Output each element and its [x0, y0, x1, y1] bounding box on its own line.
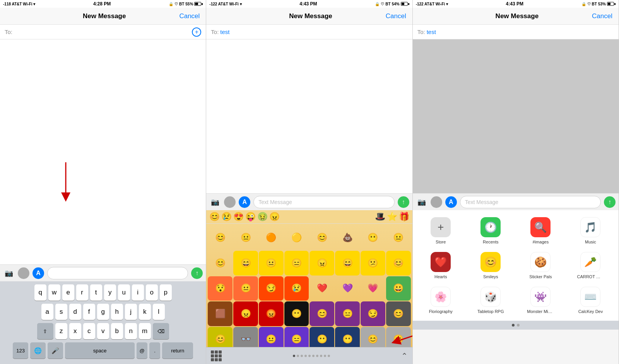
add-recipient-button-1[interactable]: + — [192, 27, 201, 37]
sticker-face-5[interactable]: 🤢 — [257, 212, 268, 222]
key-mic[interactable]: 🎤 — [48, 342, 63, 359]
sticker-cell[interactable]: 😐 — [233, 225, 258, 250]
page-dot-8[interactable] — [320, 355, 322, 357]
key-e[interactable]: e — [62, 284, 74, 301]
sticker-cell[interactable]: 😐 — [259, 327, 284, 347]
sticker-face-1[interactable]: 😊 — [209, 212, 220, 222]
send-button-2[interactable]: ↑ — [398, 196, 409, 208]
sticker-cell[interactable]: 😄 — [335, 251, 360, 276]
sticker-cell[interactable]: 😠 — [233, 301, 258, 326]
page-dot-5[interactable] — [308, 355, 311, 357]
sticker-cell[interactable]: 😏 — [259, 276, 284, 301]
sticker-cell[interactable]: 😐 — [386, 225, 411, 250]
key-u[interactable]: u — [118, 284, 130, 301]
sticker-face-2[interactable]: 😢 — [221, 212, 232, 222]
key-v[interactable]: v — [97, 323, 109, 339]
key-backspace[interactable]: ⌫ — [153, 323, 169, 339]
key-w[interactable]: w — [48, 284, 60, 301]
appstore-icon-1[interactable]: A — [32, 267, 44, 279]
app-page-dot-1[interactable] — [512, 324, 515, 327]
sticker-cell[interactable]: 😄 — [233, 251, 258, 276]
sticker-cell[interactable]: 😐 — [259, 251, 284, 276]
key-h[interactable]: h — [111, 304, 123, 320]
sticker-cell[interactable]: 😊 — [310, 225, 334, 250]
key-r[interactable]: r — [76, 284, 88, 301]
sticker-cell[interactable]: 🟡 — [284, 225, 309, 250]
sticker-cell[interactable]: 😕 — [361, 251, 385, 276]
sticker-cell[interactable]: 😢 — [284, 276, 309, 301]
sticker-cell[interactable]: 😀 — [386, 276, 411, 301]
sticker-cell[interactable]: 😊 — [208, 251, 233, 276]
key-t[interactable]: t — [90, 284, 102, 301]
key-at[interactable]: @ — [137, 342, 147, 359]
key-g[interactable]: g — [97, 304, 109, 320]
sticker-face-6[interactable]: 😠 — [269, 212, 280, 222]
message-input-1[interactable] — [47, 267, 188, 279]
key-x[interactable]: x — [69, 323, 81, 339]
send-button-1[interactable]: ↑ — [191, 267, 203, 279]
page-dot-2[interactable] — [297, 355, 299, 357]
key-n[interactable]: n — [125, 323, 137, 339]
key-b[interactable]: b — [111, 323, 123, 339]
sticker-cell[interactable]: 🟠 — [259, 225, 284, 250]
sticker-cell[interactable]: 😊 — [361, 327, 385, 347]
cancel-button-2[interactable]: Cancel — [386, 12, 406, 20]
sticker-cell[interactable]: 💩 — [335, 225, 360, 250]
sticker-cell[interactable]: 😠 — [310, 251, 334, 276]
cancel-button-1[interactable]: Cancel — [179, 12, 200, 20]
key-z[interactable]: z — [55, 323, 67, 339]
key-return[interactable]: return — [162, 342, 193, 359]
page-dot-1[interactable] — [293, 355, 295, 357]
sticker-cell[interactable]: 😊 — [386, 301, 411, 326]
key-d[interactable]: d — [69, 304, 81, 320]
sticker-gift[interactable]: 🎁 — [399, 212, 409, 222]
app-item-carrot[interactable]: 🥕 CARROT Wea… — [566, 248, 616, 283]
heart-icon-3[interactable] — [431, 196, 442, 208]
sticker-collapse-button[interactable]: ⌃ — [401, 351, 408, 361]
camera-icon-2[interactable]: 📷 — [209, 196, 221, 208]
key-dot[interactable]: . — [149, 342, 160, 359]
sticker-cell[interactable]: 💗 — [361, 276, 385, 301]
sticker-cell[interactable]: 😡 — [259, 301, 284, 326]
sticker-cell[interactable]: 😑 — [335, 301, 360, 326]
key-c[interactable]: c — [83, 323, 95, 339]
sticker-cell[interactable]: 😊 — [310, 301, 334, 326]
sticker-cell[interactable]: 🟫 — [208, 301, 233, 326]
page-dot-6[interactable] — [312, 355, 315, 357]
cancel-button-3[interactable]: Cancel — [592, 12, 612, 20]
sticker-cell[interactable]: 👓 — [233, 327, 258, 347]
app-item-tabletop[interactable]: 🎲 Tabletop RPG — [466, 283, 516, 318]
camera-icon-1[interactable]: 📷 — [3, 267, 15, 279]
appstore-icon-2[interactable]: A — [239, 196, 250, 208]
app-item-floriography[interactable]: 🌸 Floriography — [416, 283, 466, 318]
sticker-cell[interactable]: 😶 — [335, 327, 360, 347]
key-s[interactable]: s — [55, 304, 67, 320]
sticker-cell[interactable]: 😶 — [284, 301, 309, 326]
key-o[interactable]: o — [146, 284, 158, 301]
app-item-smileys[interactable]: 😊 Smileys — [466, 248, 516, 283]
key-a[interactable]: a — [41, 304, 53, 320]
key-q[interactable]: q — [34, 284, 46, 301]
key-shift[interactable]: ⇧ — [37, 323, 53, 339]
page-dot-7[interactable] — [316, 355, 318, 357]
key-p[interactable]: p — [160, 284, 172, 301]
app-item-sticker-pals[interactable]: 🍪 Sticker Pals — [516, 248, 566, 283]
camera-icon-3[interactable]: 📷 — [416, 196, 427, 208]
key-space[interactable]: space — [65, 342, 135, 359]
sticker-cell[interactable]: 😊 — [208, 225, 233, 250]
appstore-icon-3[interactable]: A — [445, 196, 457, 208]
sticker-cell[interactable]: 😐 — [233, 276, 258, 301]
sticker-cell[interactable]: 😏 — [361, 301, 385, 326]
app-item-monster[interactable]: 👾 Monster Micr… — [516, 283, 566, 318]
app-item-recents[interactable]: 🕐 Recents — [466, 213, 516, 248]
sticker-star[interactable]: ⭐ — [387, 212, 397, 222]
heart-icon-2[interactable] — [224, 196, 236, 208]
sticker-cell[interactable]: 😑 — [284, 327, 309, 347]
page-dot-4[interactable] — [304, 355, 307, 357]
app-item-hearts[interactable]: ❤️ Hearts — [416, 248, 466, 283]
sticker-cell[interactable]: 😊 — [208, 327, 233, 347]
key-globe[interactable]: 🌐 — [30, 342, 46, 359]
sticker-cell[interactable]: 😑 — [284, 251, 309, 276]
key-l[interactable]: l — [153, 304, 165, 320]
sticker-cell[interactable]: 😶 — [310, 327, 334, 347]
